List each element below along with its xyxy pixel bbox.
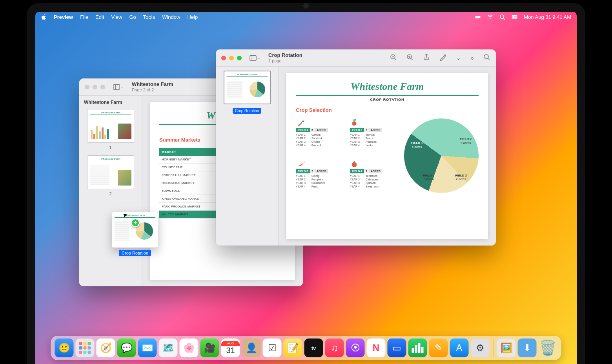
- chevron-down-icon: ⌄: [121, 85, 124, 89]
- menu-edit[interactable]: Edit: [95, 14, 104, 20]
- dock-downloads-icon[interactable]: ⬇: [518, 339, 537, 357]
- svg-line-20: [488, 58, 490, 60]
- menu-view[interactable]: View: [111, 14, 122, 20]
- dock-tv-icon[interactable]: tv: [304, 339, 323, 357]
- titlebar[interactable]: ⌄ Crop Rotation 1 page ⌄ »: [216, 49, 496, 67]
- sidebar-toggle-button[interactable]: ⌄: [250, 55, 260, 61]
- field-block: FIELD 15ACRESYEAR 1CarrotsYEAR 2Zucchini…: [296, 118, 342, 152]
- control-center-icon[interactable]: [512, 14, 517, 20]
- field-block: FIELD 43ACRESYEAR 1TomatoesYEAR 2Cabbage…: [350, 160, 396, 193]
- window-subtitle: 1 page: [268, 58, 302, 63]
- dock-safari-icon[interactable]: 🧭: [97, 339, 115, 357]
- traffic-lights: [221, 56, 242, 60]
- app-name[interactable]: Preview: [54, 14, 73, 20]
- dropdown-button[interactable]: ⌄: [456, 54, 461, 62]
- wifi-icon[interactable]: [487, 14, 493, 20]
- thumbnail-label: 2: [84, 191, 137, 196]
- svg-point-6: [513, 16, 514, 16]
- svg-rect-8: [113, 84, 120, 89]
- share-button[interactable]: [423, 54, 430, 62]
- svg-point-19: [484, 55, 488, 59]
- minimize-button[interactable]: [93, 85, 97, 89]
- menubar: Preview File Edit View Go Tools Window H…: [35, 12, 577, 22]
- section-heading: Crop Selection: [296, 107, 479, 113]
- markup-button[interactable]: [439, 54, 446, 62]
- svg-point-21: [352, 121, 357, 126]
- carrot-icon: [296, 118, 342, 127]
- maximize-button[interactable]: [100, 85, 105, 89]
- dock-pages-icon[interactable]: ✎: [429, 339, 448, 357]
- sidebar-title: Whitestone Farm: [84, 100, 137, 105]
- dock-notes-icon[interactable]: 📝: [284, 339, 302, 357]
- svg-rect-1: [480, 16, 481, 17]
- traffic-lights: [85, 85, 105, 89]
- chevron-down-icon: ⌄: [257, 56, 260, 60]
- dock-music-icon[interactable]: ♫: [325, 339, 344, 357]
- menu-go[interactable]: Go: [129, 14, 136, 20]
- minimize-button[interactable]: [229, 56, 234, 60]
- menubar-clock[interactable]: Mon Aug 31 9:41 AM: [524, 14, 571, 20]
- apple-menu-icon[interactable]: [41, 14, 47, 20]
- menu-tools[interactable]: Tools: [143, 14, 155, 20]
- dock-mail-icon[interactable]: ✉️: [138, 339, 157, 357]
- table-header: MARKET: [159, 148, 219, 156]
- document-subtitle: CROP ROTATION: [296, 98, 479, 102]
- dock: 🙂🧭💬✉️🗺️🌸🎥AUG31👤☑📝tv♫⦿N▭✎A⚙🖼️⬇🗑️: [51, 336, 561, 360]
- dock-podcasts-icon[interactable]: ⦿: [346, 339, 365, 357]
- sidebar-toggle-button[interactable]: ⌄: [113, 84, 124, 90]
- field-block: FIELD 32ACRESYEAR 1CeleryYEAR 2PumpkinsY…: [296, 160, 342, 193]
- svg-point-2: [490, 18, 491, 19]
- tomato-icon: [350, 160, 396, 168]
- battery-icon[interactable]: [475, 14, 481, 20]
- menu-window[interactable]: Window: [162, 14, 180, 20]
- page-thumbnail-1[interactable]: Whitestone Farm Crop Rotation: [220, 71, 273, 114]
- dock-reminders-icon[interactable]: ☑: [263, 339, 282, 357]
- dock-photos-icon[interactable]: 🌸: [180, 339, 199, 357]
- spotlight-icon[interactable]: [499, 14, 505, 20]
- svg-point-3: [500, 15, 504, 18]
- dock-facetime-icon[interactable]: 🎥: [200, 339, 219, 357]
- pie-chart: FIELD 15 acres FIELD 27 acres FIELD 32 a…: [404, 118, 479, 193]
- dock-messages-icon[interactable]: 💬: [117, 339, 136, 357]
- dock-finder-icon[interactable]: 🙂: [55, 339, 74, 357]
- menu-file[interactable]: File: [80, 14, 88, 20]
- zoom-out-button[interactable]: [390, 54, 397, 62]
- dock-keynote-icon[interactable]: ▭: [388, 339, 406, 357]
- dock-calendar-icon[interactable]: AUG31: [221, 339, 240, 357]
- svg-rect-5: [512, 17, 517, 18]
- dock-trash-icon[interactable]: 🗑️: [539, 339, 557, 357]
- close-button[interactable]: [85, 85, 89, 89]
- drag-ghost-label: Crop Rotation: [119, 250, 151, 256]
- preview-window-crop-rotation: ⌄ Crop Rotation 1 page ⌄ »: [216, 49, 496, 246]
- cursor-icon: ➤: [122, 211, 128, 220]
- beet-icon: [350, 118, 396, 127]
- chili-icon: [296, 160, 342, 168]
- svg-point-22: [352, 162, 357, 167]
- close-button[interactable]: [221, 56, 226, 60]
- field-block: FIELD 27ACRESYEAR 1TurnipsYEAR 2BeetsYEA…: [350, 118, 396, 152]
- more-button[interactable]: »: [470, 55, 474, 62]
- zoom-in-button[interactable]: [406, 54, 413, 62]
- menu-help[interactable]: Help: [187, 14, 198, 20]
- svg-line-16: [411, 58, 413, 60]
- dock-separator: [493, 339, 494, 357]
- svg-line-13: [395, 58, 396, 60]
- page-thumbnail-1[interactable]: Whitestone Farm: [84, 109, 137, 150]
- thumbnail-sidebar: Whitestone Farm Whitestone Farm: [79, 96, 142, 286]
- dock-numbers-icon[interactable]: [408, 339, 427, 357]
- maximize-button[interactable]: [237, 56, 242, 60]
- drag-ghost-thumbnail: ➤ Whitestone Farm + Crop Rotation: [112, 212, 158, 248]
- dock-maps-icon[interactable]: 🗺️: [159, 339, 178, 357]
- dock-contacts-icon[interactable]: 👤: [242, 339, 261, 357]
- search-button[interactable]: [483, 54, 490, 62]
- svg-rect-0: [475, 16, 480, 18]
- window-subtitle: Page 2 of 2: [132, 87, 173, 92]
- dock-settings-icon[interactable]: ⚙: [471, 339, 490, 357]
- page-thumbnail-2[interactable]: Whitestone Farm 2: [84, 155, 137, 196]
- dock-preview-icon[interactable]: 🖼️: [497, 339, 516, 357]
- dock-launchpad-icon[interactable]: [76, 339, 95, 357]
- thumbnail-label: Crop Rotation: [233, 108, 262, 114]
- dock-news-icon[interactable]: N: [367, 339, 386, 357]
- dock-appstore-icon[interactable]: A: [450, 339, 469, 357]
- window-title: Whitestone Farm: [132, 82, 173, 87]
